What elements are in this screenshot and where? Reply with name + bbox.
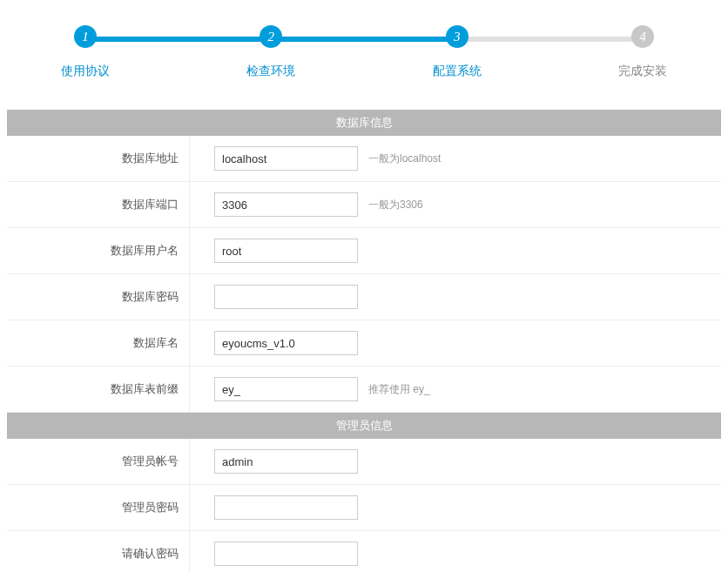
label-db-prefix: 数据库表前缀 xyxy=(7,367,190,412)
step-3: 3 配置系统 xyxy=(422,17,492,79)
row-admin-password: 管理员密码 xyxy=(7,485,721,531)
section-header-db: 数据库信息 xyxy=(7,110,721,136)
input-db-port[interactable] xyxy=(214,192,358,217)
hint-db-host: 一般为localhost xyxy=(368,151,441,166)
label-admin-password: 管理员密码 xyxy=(7,485,190,530)
label-admin-confirm: 请确认密码 xyxy=(7,531,190,572)
row-db-user: 数据库用户名 xyxy=(7,228,721,274)
input-admin-account[interactable] xyxy=(214,449,358,474)
input-admin-confirm[interactable] xyxy=(214,542,358,566)
input-db-name[interactable] xyxy=(214,331,358,355)
input-db-host[interactable] xyxy=(214,146,358,171)
step-label: 检查环境 xyxy=(246,64,295,79)
step-circle: 4 xyxy=(631,25,654,48)
step-circle: 1 xyxy=(74,25,97,48)
step-label: 完成安装 xyxy=(618,64,667,79)
step-label: 配置系统 xyxy=(433,64,482,79)
input-admin-password[interactable] xyxy=(214,495,358,520)
row-db-prefix: 数据库表前缀 推荐使用 ey_ xyxy=(7,367,721,413)
hint-db-prefix: 推荐使用 ey_ xyxy=(368,382,430,397)
install-stepper: 1 使用协议 2 检查环境 3 配置系统 4 完成安装 xyxy=(7,9,721,97)
step-1: 1 使用协议 xyxy=(51,17,120,79)
label-db-pass: 数据库密码 xyxy=(7,274,190,320)
step-4: 4 完成安装 xyxy=(608,17,677,79)
step-2: 2 检查环境 xyxy=(236,17,306,79)
row-admin-account: 管理员帐号 xyxy=(7,439,721,485)
label-db-user: 数据库用户名 xyxy=(7,228,190,273)
row-db-pass: 数据库密码 xyxy=(7,274,721,320)
row-db-name: 数据库名 xyxy=(7,320,721,367)
input-db-prefix[interactable] xyxy=(214,377,358,401)
input-db-user[interactable] xyxy=(214,239,358,263)
step-circle: 3 xyxy=(446,25,468,48)
label-db-host: 数据库地址 xyxy=(7,136,190,181)
row-db-host: 数据库地址 一般为localhost xyxy=(7,136,721,182)
input-db-pass[interactable] xyxy=(214,285,358,309)
step-label: 使用协议 xyxy=(61,64,110,79)
row-db-port: 数据库端口 一般为3306 xyxy=(7,182,721,228)
row-admin-confirm: 请确认密码 xyxy=(7,531,721,572)
label-db-name: 数据库名 xyxy=(7,320,190,366)
section-header-admin: 管理员信息 xyxy=(7,413,721,439)
label-admin-account: 管理员帐号 xyxy=(7,439,190,484)
step-circle: 2 xyxy=(260,25,282,48)
hint-db-port: 一般为3306 xyxy=(368,198,423,212)
label-db-port: 数据库端口 xyxy=(7,182,190,227)
